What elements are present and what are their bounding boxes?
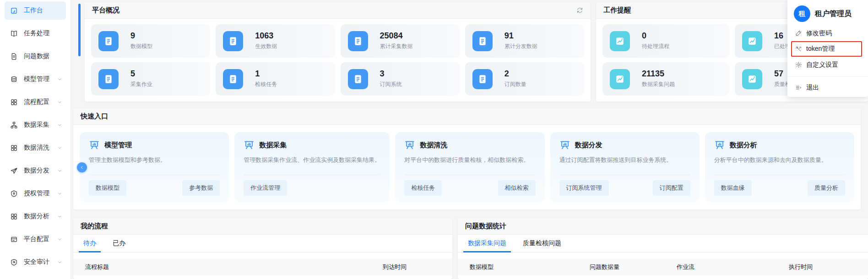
my-process-header: 我的流程 [73,218,452,235]
column-arrival-time: 到达时间 [383,263,407,271]
data-lineage-button[interactable]: 数据血缘 [714,180,752,196]
stat-value: 2 [505,70,526,79]
stat-label: 待处理流程 [642,43,669,50]
stat-card-collection-issues: 21135数据采集问题 [602,62,729,96]
subscription-config-button[interactable]: 订阅配置 [653,180,690,196]
stat-value: 1 [255,70,277,79]
quick-card-title: 模型管理 [104,141,132,150]
sidebar-item-task-handling[interactable]: 任务处理 [5,24,66,43]
stat-label: 数据采集问题 [642,80,675,88]
presentation-board-icon [714,140,725,150]
column-process-title: 流程标题 [85,263,109,271]
tools-icon [795,46,802,53]
sidebar-item-model-management[interactable]: 模型管理 [5,70,66,88]
subscription-system-button[interactable]: 订阅系统管理 [559,180,609,196]
chevron-down-icon [57,237,62,242]
document-stat-icon [472,31,493,51]
quick-entry-header: 快速入口 [73,108,861,125]
document-stat-icon [98,69,119,89]
column-workflow: 作业流 [677,263,789,271]
tab-todo[interactable]: 待办 [83,235,96,252]
tab-quality-issues[interactable]: 质量检核问题 [523,235,561,252]
menu-item-custom-settings[interactable]: 自定义设置 [787,58,868,71]
sidebar-item-label: 模型管理 [24,75,49,83]
tab-done[interactable]: 已办 [113,235,125,252]
quick-entry-panel: 快速入口 模型管理 管理主数据模型和参考数据。 数据模型 参考数据 数据采集 管… [73,108,861,209]
data-model-button[interactable]: 数据模型 [89,180,126,196]
chevron-down-icon [57,123,62,128]
stat-card-collection-jobs: 5采集作业 [91,62,210,96]
tab-collection-issues[interactable]: 数据采集问题 [468,235,506,252]
my-process-panel: 我的流程 待办 已办 流程标题 到达时间 [73,218,452,279]
sidebar-item-label: 问题数据 [24,52,49,60]
stat-value: 21135 [642,70,675,79]
sidebar-item-data-distribution[interactable]: 数据分发 [5,161,66,180]
quality-analysis-button[interactable]: 质量分析 [808,180,845,196]
stat-value: 9 [130,32,152,41]
sidebar-item-platform-config[interactable]: 平台配置 [5,230,66,248]
column-issue-count: 问题数据量 [590,263,677,271]
menu-item-change-password[interactable]: 修改密码 [787,27,868,40]
document-stat-icon [98,31,119,51]
sidebar-item-security-audit[interactable]: 安全审计 [5,253,66,271]
quick-card-desc: 管理数据采集作业流、作业流实例及数据采集结果。 [244,156,380,164]
sidebar-item-label: 工作台 [24,6,43,15]
quick-card-data-distribution: 数据分发 通过订阅配置将数据推送到目标业务系统。 订阅系统管理 订阅配置 [550,132,700,202]
sidebar-item-label: 流程配置 [24,98,49,106]
panel-title: 快速入口 [81,112,108,121]
quick-card-data-collection: 数据采集 管理数据采集作业流、作业流实例及数据采集结果。 作业流管理 [234,132,390,202]
quick-card-title: 数据采集 [259,141,287,150]
sidebar-item-process-config[interactable]: 流程配置 [5,93,66,111]
chart-stat-icon [742,31,762,51]
sidebar-item-data-analysis[interactable]: 数据分析 [5,207,66,225]
stat-label: 订阅系统 [380,80,402,88]
reference-data-button[interactable]: 参考数据 [182,180,220,196]
overview-stats: 9数据模型 1063生效数据 25084累计采集数据 91累计分发数据 5采集作… [85,19,591,101]
check-task-button[interactable]: 检核任务 [404,180,442,196]
sidebar-item-data-collection[interactable]: 数据采集 [5,116,66,134]
refresh-icon[interactable] [576,7,583,14]
stat-value: 0 [642,32,669,41]
sidebar-item-auth-management[interactable]: 授权管理 [5,184,66,203]
quick-card-model-management: 模型管理 管理主数据模型和参考数据。 数据模型 参考数据 [80,132,229,202]
quick-card-actions: 订阅系统管理 订阅配置 [559,175,690,196]
sidebar-item-workbench[interactable]: 工作台 [5,1,66,20]
workflow-management-button[interactable]: 作业流管理 [244,180,287,196]
shield-keyhole-icon [10,190,18,198]
document-stat-icon [348,69,368,89]
similar-search-button[interactable]: 相似检索 [498,180,536,196]
sidebar: 工作台 任务处理 问题数据 模型管理 流程配置 数据采集 数据清洗 数据分发 授… [0,0,71,279]
shield-audit-icon [10,258,18,266]
quick-card-actions: 数据血缘 质量分析 [714,175,845,196]
stat-value: 3 [380,70,402,79]
stat-card-subscribed-systems: 3订阅系统 [341,62,460,96]
sidebar-item-data-cleaning[interactable]: 数据清洗 [5,139,66,157]
stat-label: 数据模型 [130,43,152,50]
quick-card-desc: 通过订阅配置将数据推送到目标业务系统。 [559,156,690,164]
pencil-icon [795,30,802,37]
stat-label: 检核任务 [255,80,277,88]
quick-card-title: 数据清洗 [420,141,447,150]
sidebar-item-label: 安全审计 [24,258,49,266]
stat-card-check-tasks: 1检核任务 [216,62,335,96]
quick-card-actions: 作业流管理 [244,175,380,196]
column-exec-time: 执行时间 [789,263,868,271]
chevron-down-icon [57,191,62,196]
stat-label: 累计分发数据 [505,43,537,50]
menu-item-token-management[interactable]: token管理 [791,41,862,57]
panel-title: 我的流程 [81,222,108,231]
menu-item-logout[interactable]: 退出 [787,81,868,94]
stat-label: 采集作业 [130,80,152,88]
sidebar-item-label: 数据分析 [24,212,49,220]
stat-card-distributed-data: 91累计分发数据 [465,24,584,58]
sidebar-item-label: 任务处理 [24,29,49,38]
sidebar-collapse-button[interactable] [77,162,87,172]
document-icon [10,53,18,60]
sidebar-item-issue-data[interactable]: 问题数据 [5,47,66,65]
presentation-board-icon [559,140,570,150]
menu-item-label: 修改密码 [806,29,832,38]
scroll-indicator [78,4,81,56]
chart-stat-icon [610,69,630,89]
workbench-icon [10,7,18,15]
sidebar-item-label: 数据清洗 [24,144,49,152]
